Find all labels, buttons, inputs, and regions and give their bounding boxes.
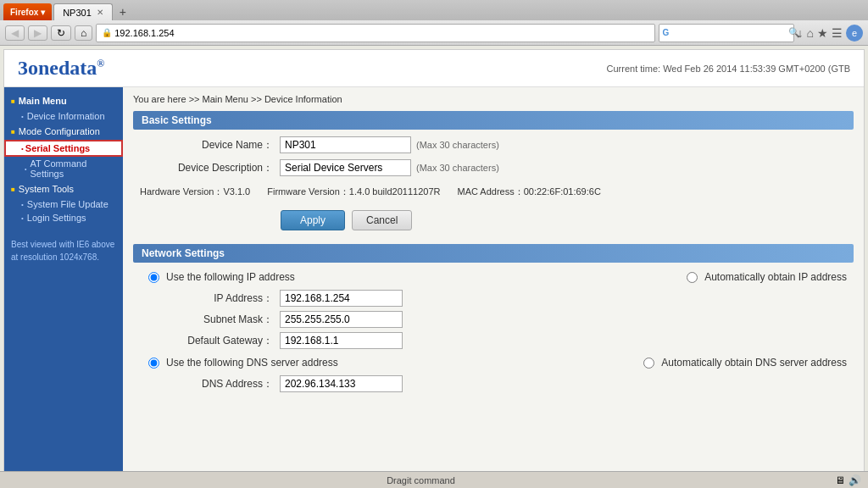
dns-address-label: DNS Address： xyxy=(140,377,280,391)
apply-button[interactable]: Apply xyxy=(281,210,345,230)
network-settings-header: Network Settings xyxy=(133,244,854,263)
address-input[interactable] xyxy=(114,28,648,38)
status-bar: Dragit command 🖥 🔊 xyxy=(0,471,868,488)
sidebar-item-system-file-update[interactable]: • System File Update xyxy=(4,197,123,211)
subnet-mask-input[interactable] xyxy=(280,311,403,328)
new-tab-button[interactable]: + xyxy=(114,3,131,20)
auto-obtain-ip-radio[interactable] xyxy=(687,272,698,283)
subnet-mask-label: Subnet Mask： xyxy=(140,313,280,327)
browser-tab[interactable]: NP301 ✕ xyxy=(53,3,113,20)
ip-address-label: IP Address： xyxy=(140,291,280,306)
current-time: Current time: Wed Feb 26 2014 11:53:39 G… xyxy=(607,64,850,74)
reload-button[interactable]: ↻ xyxy=(51,25,71,41)
home-button[interactable]: ⌂ xyxy=(75,25,92,41)
lock-icon: 🔒 xyxy=(102,28,112,37)
use-following-dns-radio[interactable] xyxy=(148,358,159,369)
basic-settings-header: Basic Settings xyxy=(133,111,854,130)
download-icon[interactable]: ↓ xyxy=(798,26,804,40)
status-icon1: 🖥 xyxy=(835,474,845,486)
search-bar[interactable]: G 🔍 xyxy=(659,24,794,42)
use-following-ip-label: Use the following IP address xyxy=(166,271,295,283)
drag-command: Dragit command xyxy=(387,475,455,485)
cancel-button[interactable]: Cancel xyxy=(352,210,412,230)
bullet-icon2: ■ xyxy=(11,128,15,136)
device-name-input[interactable] xyxy=(280,136,411,153)
search-input[interactable] xyxy=(671,28,788,38)
sub-bullet-icon2: • xyxy=(21,145,24,152)
sidebar-item-serial-settings[interactable]: • Serial Settings xyxy=(4,140,123,157)
bookmark-icon[interactable]: ★ xyxy=(817,26,828,40)
device-desc-hint: (Max 30 characters) xyxy=(416,163,499,173)
firmware-version: Firmware Version：1.4.0 build20111207R xyxy=(267,186,440,198)
use-following-dns-label: Use the following DNS server address xyxy=(166,357,338,369)
auto-obtain-dns-radio[interactable] xyxy=(643,358,654,369)
address-bar[interactable]: 🔒 xyxy=(96,24,654,42)
default-gateway-label: Default Gateway： xyxy=(140,334,280,348)
home-icon2[interactable]: ⌂ xyxy=(807,26,814,40)
device-name-label: Device Name： xyxy=(140,138,280,152)
tab-close-icon[interactable]: ✕ xyxy=(97,8,103,17)
sub-bullet-icon: • xyxy=(21,113,24,120)
hardware-version: Hardware Version：V3.1.0 xyxy=(140,186,250,198)
firefox-logo: Firefox ▾ xyxy=(3,3,52,20)
device-desc-input[interactable] xyxy=(280,159,411,176)
sidebar-item-main-menu: ■ Main Menu xyxy=(4,92,123,109)
use-following-ip-radio[interactable] xyxy=(148,272,159,283)
sidebar-item-at-command[interactable]: • AT Command Settings xyxy=(4,157,123,180)
default-gateway-input[interactable] xyxy=(280,332,403,349)
breadcrumb: You are here >> Main Menu >> Device Info… xyxy=(133,94,854,104)
google-logo: G xyxy=(663,28,670,37)
forward-button[interactable]: ▶ xyxy=(28,25,47,41)
dns-address-input[interactable] xyxy=(280,375,403,392)
menu-icon[interactable]: ☰ xyxy=(832,26,843,40)
mac-address: MAC Address：00:22:6F:01:69:6C xyxy=(457,186,600,198)
sub-bullet-icon3: • xyxy=(25,166,26,172)
version-info-row: Hardware Version：V3.1.0 Firmware Version… xyxy=(133,182,854,202)
sidebar-note: Best viewed with IE6 above at resolution… xyxy=(4,225,123,267)
sidebar: ■ Main Menu • Device Information ■ Mode … xyxy=(4,87,123,471)
sidebar-item-mode-configuration[interactable]: ■ Mode Configuration xyxy=(4,123,123,140)
sidebar-item-login-settings[interactable]: • Login Settings xyxy=(4,211,123,225)
back-button[interactable]: ◀ xyxy=(5,25,25,41)
sidebar-item-device-information[interactable]: • Device Information xyxy=(4,109,123,123)
tab-title: NP301 xyxy=(63,8,92,18)
auto-obtain-dns-label: Automatically obtain DNS server address xyxy=(661,357,847,369)
sidebar-item-system-tools[interactable]: ■ System Tools xyxy=(4,180,123,197)
sub-bullet-icon4: • xyxy=(21,201,24,208)
device-desc-label: Device Description： xyxy=(140,161,280,175)
status-icon2: 🔊 xyxy=(849,474,861,486)
bullet-icon: ■ xyxy=(11,97,15,105)
ip-address-input[interactable] xyxy=(280,290,403,307)
bullet-icon3: ■ xyxy=(11,186,15,193)
extension-icon[interactable]: e xyxy=(846,25,863,42)
sub-bullet-icon5: • xyxy=(21,214,24,222)
logo: 3onedata® xyxy=(18,57,104,80)
auto-obtain-ip-label: Automatically obtain IP address xyxy=(704,271,847,283)
device-name-hint: (Max 30 characters) xyxy=(416,140,499,150)
